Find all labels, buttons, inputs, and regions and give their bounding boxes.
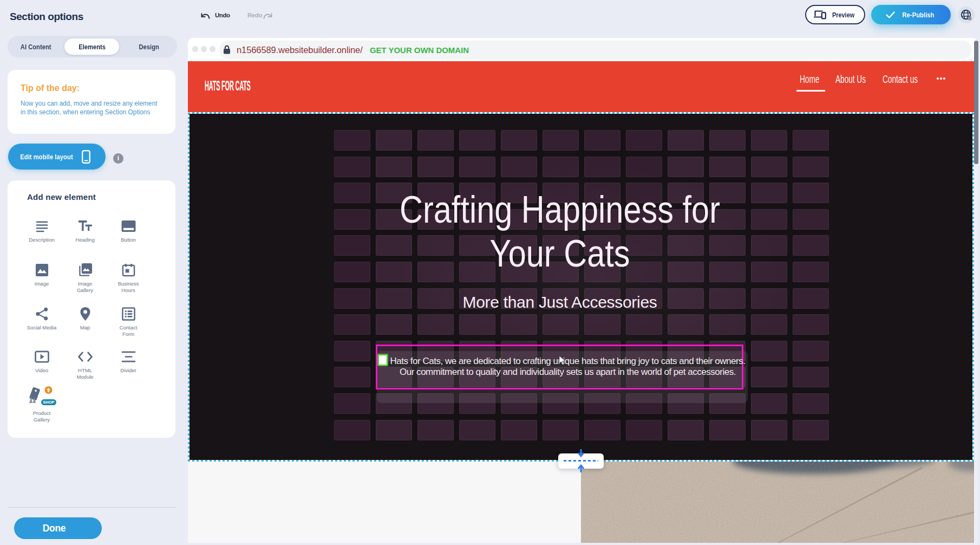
svg-text:SHOP: SHOP bbox=[43, 400, 54, 405]
